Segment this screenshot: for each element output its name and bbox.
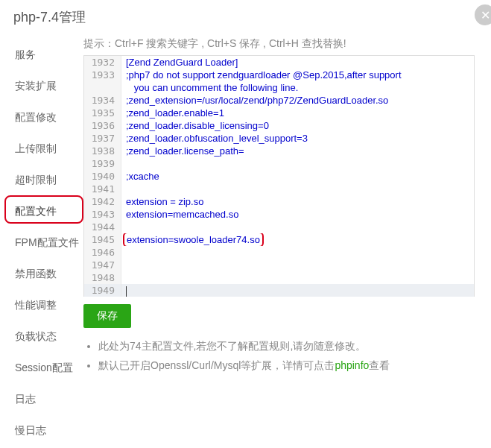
code-row: 1932[Zend ZendGuard Loader] (84, 56, 474, 69)
note-2: 默认已开启Openssl/Curl/Mysql等扩展，详情可点击phpinfo查… (98, 359, 475, 373)
code-row: 1948 (84, 271, 474, 284)
sidebar-item[interactable]: 配置修改 (4, 101, 83, 130)
hint-text: 提示：Ctrl+F 搜索关键字 , Ctrl+S 保存 , Ctrl+H 查找替… (83, 37, 475, 51)
sidebar-item[interactable]: 性能调整 (4, 289, 83, 318)
save-button[interactable]: 保存 (83, 304, 131, 328)
sidebar: 服务安装扩展配置修改上传限制超时限制配置文件FPM配置文件禁用函数性能调整负载状… (0, 34, 83, 448)
page-title: php-7.4管理 (0, 0, 491, 34)
code-row: 1937;zend_loader.obfuscation_level_suppo… (84, 132, 474, 145)
sidebar-item[interactable]: 日志 (4, 383, 83, 411)
code-row: 1942extension = zip.so (84, 195, 474, 208)
close-icon[interactable]: ✕ (475, 4, 491, 25)
code-row: 1938;zend_loader.license_path= (84, 145, 474, 157)
sidebar-item[interactable]: 禁用函数 (4, 258, 83, 286)
sidebar-item[interactable]: 服务 (4, 39, 83, 67)
code-row: 1946 (84, 246, 474, 259)
sidebar-item[interactable]: 超时限制 (4, 164, 83, 192)
code-row: 1943extension=memcached.so (84, 208, 474, 221)
code-row: 1944 (84, 221, 474, 233)
code-row: 1941 (84, 183, 474, 195)
note-1: 此处为74主配置文件,若您不了解配置规则,请勿随意修改。 (98, 340, 475, 353)
code-row: 1940;xcache (84, 170, 474, 183)
code-row: 1936;zend_loader.disable_licensing=0 (84, 119, 474, 132)
code-row: 1939 (84, 157, 474, 170)
code-row: 1947 (84, 259, 474, 271)
code-row: 1949 (84, 284, 474, 297)
sidebar-item[interactable]: 上传限制 (4, 133, 83, 161)
code-row: 1933;php7 do not support zendguardloader… (84, 69, 474, 81)
code-editor[interactable]: 1932[Zend ZendGuard Loader]1933;php7 do … (83, 55, 475, 297)
sidebar-item[interactable]: FPM配置文件 (4, 227, 83, 255)
notes-section: 此处为74主配置文件,若您不了解配置规则,请勿随意修改。 默认已开启Openss… (83, 340, 475, 373)
phpinfo-link[interactable]: phpinfo (335, 359, 369, 371)
sidebar-item[interactable]: 安装扩展 (4, 70, 83, 98)
code-row: 1935;zend_loader.enable=1 (84, 107, 474, 119)
code-row: 1945extension=swoole_loader74.so (84, 233, 474, 246)
sidebar-item[interactable]: Session配置 (4, 352, 83, 380)
code-row: 1934;zend_extension=/usr/local/zend/php7… (84, 94, 474, 107)
sidebar-item[interactable]: 配置文件 (4, 195, 83, 224)
sidebar-item[interactable]: 慢日志 (4, 414, 83, 443)
sidebar-item[interactable]: 负载状态 (4, 321, 83, 349)
